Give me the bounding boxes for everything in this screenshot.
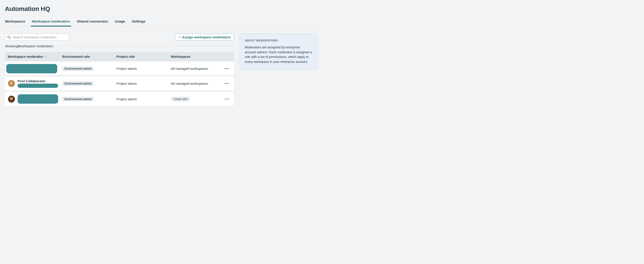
tab-usage[interactable]: Usage <box>115 20 125 26</box>
moderator-name: First Collaborator <box>18 79 58 83</box>
avatar: F <box>8 80 15 87</box>
tab-workspaces[interactable]: Workspaces <box>5 20 25 26</box>
search-field-wrapper <box>5 34 69 41</box>
redacted-email-pill <box>18 84 58 88</box>
summary-prefix: Showing <box>5 44 18 48</box>
tab-shared-connectors[interactable]: Shared connectors <box>77 20 108 26</box>
workspaces-cell: Child1 WS <box>171 97 222 101</box>
ellipsis-icon <box>225 68 226 69</box>
column-header-environment-role[interactable]: Environment role <box>62 55 116 58</box>
about-panel-heading: ABOUT MODERATORS <box>245 39 312 42</box>
assign-button-label: Assign workspace moderators <box>182 35 231 39</box>
moderator-name-cell: R <box>5 94 62 104</box>
environment-role-badge: Environment admin <box>62 81 94 86</box>
project-role-cell: Project admin <box>116 67 171 71</box>
environment-role-badge: Environment admin <box>62 67 94 71</box>
environment-role-cell: Environment admin <box>62 81 116 86</box>
search-icon <box>7 36 11 39</box>
ellipsis-icon <box>225 83 226 84</box>
sort-ascending-icon: ↑ <box>44 55 46 58</box>
moderator-name-cell <box>5 64 62 73</box>
column-header-workspaces[interactable]: Workspaces <box>171 55 222 58</box>
environment-role-cell: Environment admin <box>62 97 116 101</box>
table-row: Environment admin Project admin All mana… <box>5 62 234 75</box>
tab-settings[interactable]: Settings <box>132 20 146 26</box>
row-actions-button[interactable] <box>222 77 234 90</box>
moderators-table: Workspace moderator↑ Environment role Pr… <box>5 52 234 106</box>
about-moderators-panel: ABOUT MODERATORS Moderators are assigned… <box>240 34 317 70</box>
workspaces-cell: All managed workspaces <box>171 67 222 71</box>
moderators-section: + Assign workspace moderators Showing 3 … <box>5 34 234 108</box>
column-header-workspace-moderator[interactable]: Workspace moderator↑ <box>5 55 62 58</box>
about-panel-body: Moderators are assigned by enterprise ac… <box>245 45 312 64</box>
redacted-name-pill <box>6 64 57 73</box>
tab-bar: Workspaces Workspace moderators Shared c… <box>5 20 317 27</box>
table-header-row: Workspace moderator↑ Environment role Pr… <box>5 52 234 61</box>
environment-role-cell: Environment admin <box>62 67 116 71</box>
search-input[interactable] <box>5 34 69 41</box>
moderator-name-cell: F First Collaborator <box>5 79 62 88</box>
workspace-chip: Child1 WS <box>171 97 190 101</box>
results-count: 3 <box>18 44 20 48</box>
row-actions-button[interactable] <box>222 62 234 75</box>
table-row: R Environment admin Project admin Child1… <box>5 92 234 106</box>
project-role-cell: Project admin <box>116 97 171 101</box>
ellipsis-icon <box>225 99 226 100</box>
column-header-project-role[interactable]: Project role <box>116 55 171 58</box>
summary-suffix: workspace moderators <box>20 44 54 48</box>
avatar: R <box>8 96 15 103</box>
table-row: F First Collaborator Environment admin P… <box>5 77 234 90</box>
tab-workspace-moderators[interactable]: Workspace moderators <box>32 20 70 26</box>
project-role-cell: Project admin <box>116 82 171 85</box>
workspaces-cell: All managed workspaces <box>171 82 222 85</box>
plus-icon: + <box>178 36 180 39</box>
page-title: Automation HQ <box>5 0 317 13</box>
assign-workspace-moderators-button[interactable]: + Assign workspace moderators <box>175 34 234 41</box>
row-actions-button[interactable] <box>222 92 234 106</box>
results-summary: Showing 3 workspace moderators <box>5 44 234 48</box>
environment-role-badge: Environment admin <box>62 97 94 101</box>
redacted-name-pill <box>18 94 58 104</box>
